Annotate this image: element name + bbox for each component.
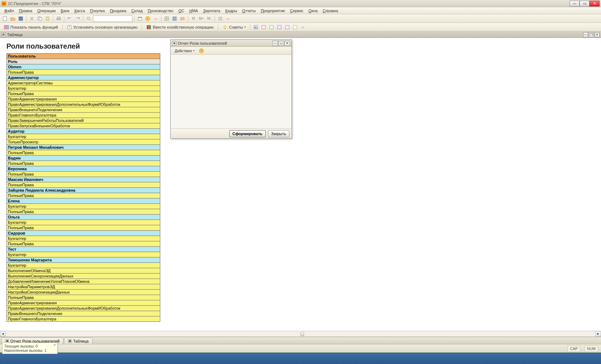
close-button[interactable]: ✕	[590, 1, 600, 6]
menu-item-ос[interactable]: ОС	[176, 8, 187, 14]
report2-icon[interactable]	[260, 24, 267, 31]
minimize-button[interactable]: —	[570, 1, 580, 6]
user-row: Вадим	[7, 156, 160, 161]
role-row: ПолныеПрава	[7, 91, 160, 97]
scroll-track[interactable]	[6, 331, 595, 336]
menu-item-зарплата[interactable]: Зарплата	[201, 8, 223, 14]
calendar-icon[interactable]	[136, 15, 143, 22]
report4-icon[interactable]	[276, 24, 283, 31]
role-row: ПолныеПрава	[7, 295, 160, 300]
doc-tab-table[interactable]: ▦ Таблица	[64, 338, 92, 344]
new-icon[interactable]	[1, 15, 9, 22]
find-icon[interactable]	[85, 15, 92, 22]
report6-icon[interactable]	[292, 24, 299, 31]
calls-tooltip-close-icon[interactable]: ✕	[53, 344, 57, 347]
maximize-button[interactable]: ▭	[580, 1, 590, 6]
report5-icon[interactable]	[284, 24, 291, 31]
content-area: Роли пользователей ПользовательРольObmen…	[0, 38, 601, 337]
svg-text:?: ?	[201, 49, 202, 53]
popup-maximize-button[interactable]: ▭	[278, 41, 284, 46]
popup-actions-button[interactable]: Действия ▾	[172, 47, 197, 54]
os-taskbar[interactable]	[0, 353, 601, 364]
menu-item-склад[interactable]: Склад	[129, 8, 145, 14]
memory-m-icon[interactable]: M	[190, 15, 197, 22]
redo-icon[interactable]	[74, 15, 81, 22]
role-row: ПолныеПрава	[7, 70, 160, 75]
menu-item-кадры[interactable]: Кадры	[223, 8, 239, 14]
subwin-restore-button[interactable]: ❐	[589, 32, 594, 37]
role-row: ПолныеПрава	[7, 241, 160, 247]
menu-item-продажа[interactable]: Продажа	[108, 8, 128, 14]
scroll-thumb[interactable]	[300, 332, 304, 336]
menu-item-банк[interactable]: Банк	[59, 8, 72, 14]
paste-icon[interactable]	[44, 15, 51, 22]
dropdown-icon[interactable]	[152, 15, 159, 22]
svg-rect-35	[262, 25, 265, 29]
role-row: ДобавлениеИзменениеУзловПлановОбмена	[7, 279, 160, 284]
role-row: ПолныеПрава	[7, 172, 160, 177]
menu-item-справка[interactable]: Справка	[321, 8, 340, 14]
dropdown3-icon[interactable]	[299, 24, 307, 31]
horizontal-scrollbar[interactable]: ◄ ►	[0, 331, 601, 336]
report3-icon[interactable]	[268, 24, 275, 31]
open-icon[interactable]	[9, 15, 16, 22]
undo-icon[interactable]	[66, 15, 73, 22]
copy-icon[interactable]	[36, 15, 43, 22]
svg-rect-37	[278, 25, 281, 29]
memory-mplus-icon[interactable]: M+	[198, 15, 205, 22]
status-cap: CAP	[567, 345, 580, 352]
svg-rect-28	[149, 25, 151, 29]
grid-icon[interactable]	[163, 15, 170, 22]
scroll-right-button[interactable]: ►	[595, 331, 601, 336]
menu-item-производство[interactable]: Производство	[146, 8, 176, 14]
svg-rect-4	[46, 17, 49, 20]
menu-item-предприятие[interactable]: Предприятие	[259, 8, 287, 14]
menu-item-сервис[interactable]: Сервис	[288, 8, 306, 14]
search-input[interactable]	[93, 15, 132, 22]
popup-minimize-button[interactable]: —	[272, 41, 278, 46]
user-row: Аудитор	[7, 129, 160, 134]
merge-icon[interactable]	[179, 15, 186, 22]
dropdown2-icon[interactable]	[225, 15, 232, 22]
menu-item-покупка[interactable]: Покупка	[88, 8, 107, 14]
user-row: Obmen	[7, 64, 160, 70]
help-icon[interactable]: i	[144, 15, 151, 22]
show-panel-button[interactable]: Показать панель функций	[1, 24, 60, 31]
generate-button[interactable]: Сформировать	[229, 130, 266, 137]
popup-close-button[interactable]: ✕	[284, 41, 290, 46]
role-row: НастройкаПараметровЭД	[7, 284, 160, 290]
app-icon: 1c	[1, 1, 6, 6]
user-row: Вероника	[7, 166, 160, 172]
enter-op-button[interactable]: Ввести хозяйственную операцию	[144, 24, 216, 31]
popup-close-footer-button[interactable]: Закрыть	[268, 130, 289, 137]
menu-item-правка[interactable]: Правка	[17, 8, 34, 14]
cut-icon[interactable]	[28, 15, 35, 22]
menu-item-окна[interactable]: Окна	[306, 8, 320, 14]
set-org-label: Установить основную организацию	[73, 25, 138, 29]
menu-item-операции[interactable]: Операции	[35, 8, 58, 14]
svg-text:i: i	[147, 17, 148, 20]
role-row: ПравоАдминистрирования	[7, 300, 160, 306]
save-icon[interactable]	[17, 15, 24, 22]
role-row: ВыполнениеСинхронизацииДанных	[7, 274, 160, 279]
subwin-close-button[interactable]: ✕	[595, 32, 600, 37]
menu-item-нма[interactable]: НМА	[187, 8, 200, 14]
subwin-minimize-button[interactable]: —	[583, 32, 588, 37]
report1-icon[interactable]	[252, 24, 259, 31]
menu-item-файл[interactable]: Файл	[2, 8, 16, 14]
memory-mminus-icon[interactable]: M-	[206, 15, 213, 22]
popup-title-text: Отчет Роли пользователей	[178, 41, 272, 45]
popup-help-icon[interactable]: ?	[198, 47, 205, 54]
menu-item-касса[interactable]: Касса	[72, 8, 87, 14]
scroll-left-button[interactable]: ◄	[0, 331, 6, 336]
cells-icon[interactable]	[171, 15, 178, 22]
set-org-button[interactable]: Установить основную организацию	[64, 24, 140, 31]
menu-item-отчеты[interactable]: Отчеты	[240, 8, 258, 14]
accumulated-calls-label: Накопленные вызовы: 1	[4, 348, 55, 353]
print-icon[interactable]	[55, 15, 62, 22]
tips-button[interactable]: Советы ▾	[220, 24, 248, 31]
role-row: ПолныеПрава	[7, 150, 160, 156]
misc-icon[interactable]	[217, 15, 224, 22]
role-row: ПолныеПрава	[7, 182, 160, 188]
role-row: ПравоАдминистрированияДополнительныхФорм…	[7, 306, 160, 311]
